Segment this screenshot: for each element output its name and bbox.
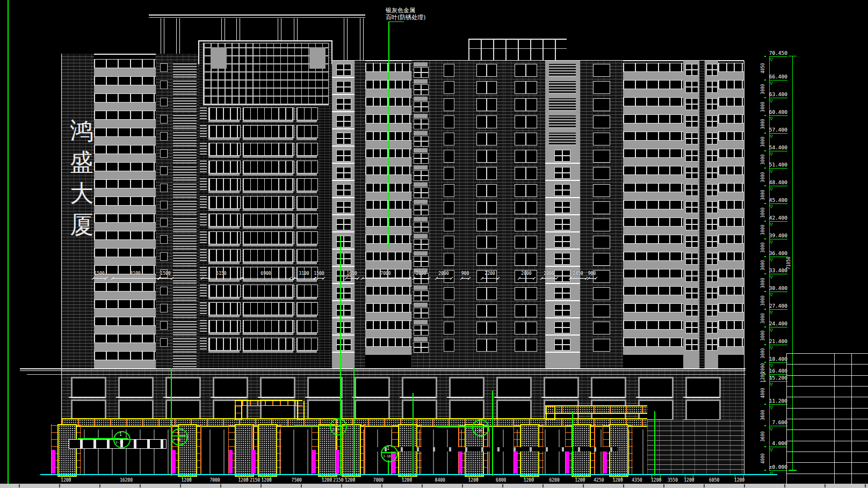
gray-strip-tick [341, 484, 342, 487]
gray-strip-tick [301, 484, 302, 487]
cad-elevation-canvas: 1J-101J-101J-101J-101J-10 ▽70.4504050▽66… [0, 0, 868, 488]
gray-strip-tick [583, 484, 584, 487]
title-block-row-line [786, 375, 868, 376]
title-block-row-line [786, 474, 868, 474]
title-block-row-line [786, 386, 868, 387]
title-block-row-line [786, 364, 868, 365]
title-block-row-line [786, 408, 868, 409]
gray-strip-tick [663, 484, 664, 487]
sign-character: 厦 [70, 213, 93, 236]
gray-strip-tick [422, 484, 423, 487]
gray-strip-tick [140, 484, 141, 487]
gray-strip-tick [381, 484, 382, 487]
title-block-table [0, 0, 868, 488]
sign-character: 大 [70, 181, 93, 205]
gray-strip-tick [824, 484, 826, 487]
title-block-row-line [786, 441, 868, 441]
title-block-row-line [786, 429, 868, 430]
annotation-line1: 银灰色金属 [386, 8, 415, 13]
gray-strip-tick [744, 484, 745, 487]
title-block-row-line [786, 462, 868, 463]
title-block-border [786, 353, 868, 485]
gray-strip-tick [865, 484, 866, 487]
title-block-row-line [786, 419, 868, 419]
gray-strip [0, 484, 868, 488]
gray-strip-tick [542, 484, 544, 487]
gray-strip-tick [502, 484, 503, 487]
gray-strip-tick [99, 484, 100, 487]
sign-character: 鸿 [70, 119, 93, 143]
gray-strip-tick [220, 484, 221, 487]
sign-character: 盛 [70, 150, 93, 174]
gray-strip-tick [19, 484, 20, 487]
gray-strip-tick [784, 484, 785, 487]
title-block-row-line [786, 451, 868, 452]
annotation-line2: 百叶(防锈处理) [386, 14, 426, 20]
gray-strip-tick [704, 484, 705, 487]
gray-strip-tick [180, 484, 181, 487]
title-block-row-line [786, 397, 868, 397]
gray-strip-tick [623, 484, 624, 487]
gray-strip-tick [59, 484, 60, 487]
gray-strip-tick [261, 484, 262, 487]
annotation-leader-horizontal [388, 21, 404, 22]
gray-strip-tick [462, 484, 463, 487]
